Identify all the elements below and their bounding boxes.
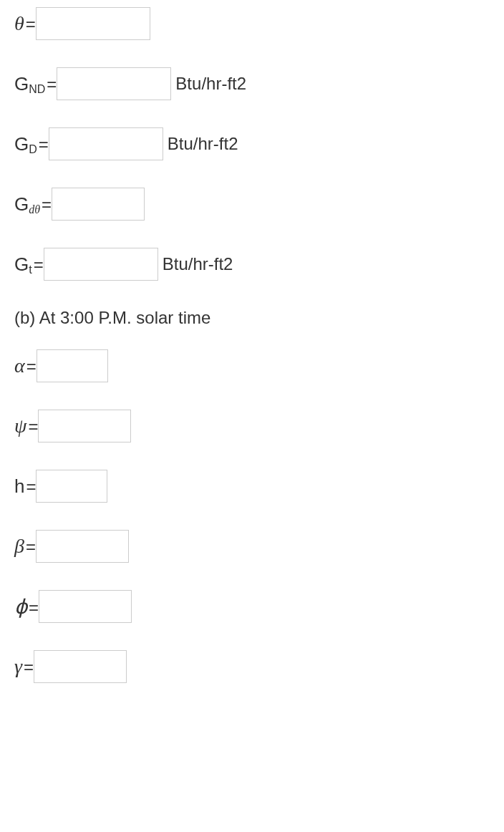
symbol-gdtheta: G xyxy=(14,193,29,216)
input-theta[interactable] xyxy=(36,7,150,40)
symbol-gamma: γ xyxy=(14,655,22,678)
symbol-gd: G xyxy=(14,133,29,155)
label-beta: β= xyxy=(14,535,36,558)
field-row-psi: ψ= xyxy=(14,410,490,442)
label-gdtheta: Gdθ= xyxy=(14,193,52,216)
input-gd[interactable] xyxy=(49,127,163,160)
section-b-header: (b) At 3:00 P.M. solar time xyxy=(14,308,490,328)
symbol-gnd: G xyxy=(14,73,29,95)
input-psi[interactable] xyxy=(38,410,131,442)
unit-gnd: Btu/hr-ft2 xyxy=(175,74,246,94)
equals-gamma: = xyxy=(24,657,34,677)
symbol-psi: ψ xyxy=(14,415,26,437)
input-gdtheta[interactable] xyxy=(52,188,145,221)
equals-gnd: = xyxy=(47,74,57,95)
equals-gt: = xyxy=(34,255,44,275)
label-gamma: γ= xyxy=(14,655,34,678)
input-gt[interactable] xyxy=(44,248,158,281)
input-gnd[interactable] xyxy=(57,67,171,100)
field-row-alpha: α= xyxy=(14,349,490,382)
equals-gdtheta: = xyxy=(42,195,52,215)
field-row-gnd: GND=Btu/hr-ft2 xyxy=(14,67,490,100)
equals-beta: = xyxy=(26,537,36,557)
equals-gd: = xyxy=(39,135,49,155)
symbol-beta: β xyxy=(14,535,24,558)
label-phi: ϕ= xyxy=(14,595,39,619)
symbol-h: h xyxy=(14,475,24,498)
subscript-gnd: ND xyxy=(29,83,45,96)
symbol-gt: G xyxy=(14,253,29,276)
equals-h: = xyxy=(26,477,36,497)
symbol-theta: θ xyxy=(14,12,24,35)
equals-psi: = xyxy=(28,417,38,437)
equals-phi: = xyxy=(29,598,39,618)
field-row-beta: β= xyxy=(14,530,490,563)
label-alpha: α= xyxy=(14,354,37,377)
field-row-gdtheta: Gdθ= xyxy=(14,188,490,221)
subscript-gd: D xyxy=(29,143,37,156)
unit-gd: Btu/hr-ft2 xyxy=(168,134,238,154)
equals-theta: = xyxy=(26,14,36,34)
subscript-gt: t xyxy=(29,263,32,276)
input-alpha[interactable] xyxy=(37,349,108,382)
field-row-gamma: γ= xyxy=(14,650,490,683)
field-row-h: h= xyxy=(14,470,490,503)
field-row-phi: ϕ= xyxy=(14,590,490,623)
input-h[interactable] xyxy=(36,470,107,503)
label-theta: θ= xyxy=(14,12,36,35)
label-gt: Gt= xyxy=(14,253,44,276)
field-row-gd: GD=Btu/hr-ft2 xyxy=(14,127,490,160)
equals-alpha: = xyxy=(26,357,37,377)
label-gd: GD= xyxy=(14,133,49,155)
label-gnd: GND= xyxy=(14,73,57,95)
input-phi[interactable] xyxy=(39,590,132,623)
input-beta[interactable] xyxy=(36,530,129,563)
label-psi: ψ= xyxy=(14,415,38,437)
unit-gt: Btu/hr-ft2 xyxy=(163,254,233,274)
subscript-gdtheta: dθ xyxy=(29,203,40,216)
symbol-alpha: α xyxy=(14,354,25,377)
field-row-gt: Gt=Btu/hr-ft2 xyxy=(14,248,490,281)
label-h: h= xyxy=(14,475,36,498)
field-row-theta: θ= xyxy=(14,7,490,40)
input-gamma[interactable] xyxy=(34,650,127,683)
symbol-phi: ϕ xyxy=(14,595,27,619)
